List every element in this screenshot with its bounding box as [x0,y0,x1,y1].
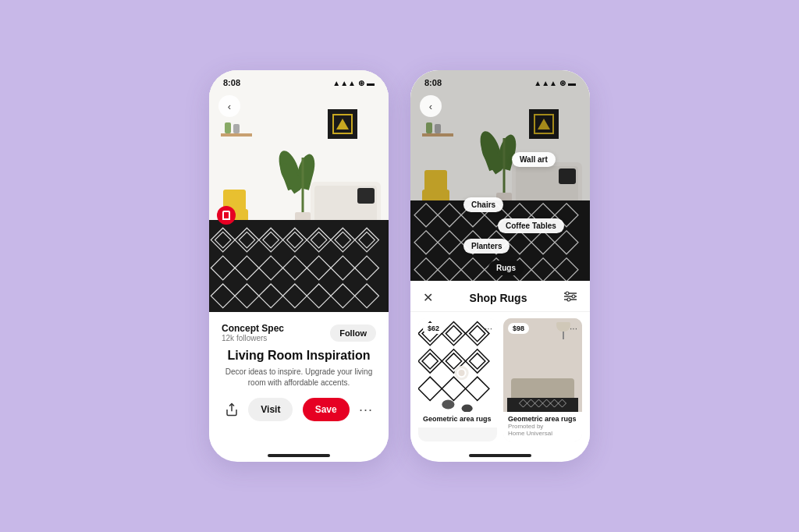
svg-point-57 [567,298,570,301]
profile-row-1: Concept Spec 12k followers Follow [222,323,376,342]
save-button-1[interactable]: Save [303,398,350,421]
tag-chairs[interactable]: Chairs [463,197,503,212]
svg-point-78 [459,370,465,376]
svg-point-74 [442,399,454,409]
signal-icon-2: ▲▲▲ [534,79,557,87]
pin-info-1: Concept Spec 12k followers Follow Living… [209,312,389,448]
pin-image-2: ‹ Wall art Chairs Coffee Tables Planters… [410,70,590,281]
filter-button[interactable] [563,291,577,304]
price-tag-2: $98 [508,323,529,334]
product-promoted-2: Promoted by [508,423,577,430]
shop-product-grid: $62 Geometric area rugs ··· [410,312,590,448]
time-2: 8:08 [424,78,442,87]
triangle-icon-2 [538,119,550,129]
filter-icon-svg [563,291,577,302]
triangle-icon-1 [336,119,349,129]
battery-icon-1: ▬ [367,79,375,87]
close-button[interactable]: ✕ [423,290,433,305]
plant-2 [496,130,512,205]
share-icon-1 [225,403,239,417]
status-bar-2: 8:08 ▲▲▲ ⊛ ▬ [410,70,590,90]
status-icons-2: ▲▲▲ ⊛ ▬ [534,79,576,87]
product-name-1: Geometric area rugs [423,415,492,423]
status-bar-1: 8:08 ▲▲▲ ⊛ ▬ [209,70,389,90]
back-button-2[interactable]: ‹ [420,95,442,117]
time-1: 8:08 [223,78,240,87]
mini-sofa [511,378,574,400]
product-seller-2: Home Universal [508,430,577,437]
product-name-2: Geometric area rugs [508,415,577,423]
sofa-2 [512,162,582,205]
wall-art-decor-1 [328,109,357,139]
tag-planters[interactable]: Planters [463,239,510,254]
product-info-1: Geometric area rugs [418,412,497,427]
profile-followers-1: 12k followers [222,334,284,342]
svg-point-56 [572,295,575,298]
price-tag-1: $62 [423,323,444,334]
mini-rug [507,398,578,412]
wall-art-decor-2 [529,109,559,139]
battery-icon-2: ▬ [568,79,576,87]
shop-header: ✕ Shop Rugs [410,281,590,312]
room-floor-1 [209,220,389,312]
action-row-1: Visit Save ··· [222,398,376,421]
product-more-1[interactable]: ··· [485,323,492,334]
product-card-rug[interactable]: $62 Geometric area rugs ··· [418,318,497,442]
home-indicator-1 [268,454,330,457]
profile-name-1: Concept Spec [222,323,284,334]
phones-container: 8:08 ▲▲▲ ⊛ ▬ [186,47,613,485]
status-icons-1: ▲▲▲ ⊛ ▬ [332,79,375,87]
home-indicator-2 [469,454,531,457]
shelf-2 [422,113,453,137]
phone-1: 8:08 ▲▲▲ ⊛ ▬ [209,70,389,462]
product-card-living[interactable]: $98 Geometric area rugs Promoted by Home… [503,318,582,442]
tag-wall-art[interactable]: Wall art [512,152,556,167]
product-info-2: Geometric area rugs Promoted by Home Uni… [503,412,582,442]
mini-lamp [556,322,570,339]
wifi-icon-1: ⊛ [358,79,364,87]
chair-2 [422,170,449,205]
plant-1 [295,150,311,225]
sofa-1 [311,182,381,225]
product-more-2[interactable]: ··· [570,323,577,334]
shelf-1 [221,113,252,137]
svg-point-55 [566,292,569,295]
share-button-1[interactable] [225,403,239,417]
pin-description-1: Decor ideas to inspire. Upgrade your liv… [222,367,376,388]
signal-icon-1: ▲▲▲ [332,79,356,87]
tag-rugs[interactable]: Rugs [488,261,524,275]
profile-info-1: Concept Spec 12k followers [222,323,284,342]
more-button-1[interactable]: ··· [359,402,373,418]
phone-2: 8:08 ▲▲▲ ⊛ ▬ [410,70,590,462]
shop-panel: ✕ Shop Rugs [410,281,590,448]
back-button-1[interactable]: ‹ [218,95,240,117]
pin-image-1: ‹ [209,70,389,312]
visit-button-1[interactable]: Visit [248,398,293,421]
follow-button-1[interactable]: Follow [330,325,376,342]
pin-title-1: Living Room Inspiration [222,349,376,363]
tag-coffee-tables[interactable]: Coffee Tables [498,218,564,233]
shop-title: Shop Rugs [470,292,527,304]
wifi-icon-2: ⊛ [559,79,566,87]
svg-rect-79 [520,398,566,412]
